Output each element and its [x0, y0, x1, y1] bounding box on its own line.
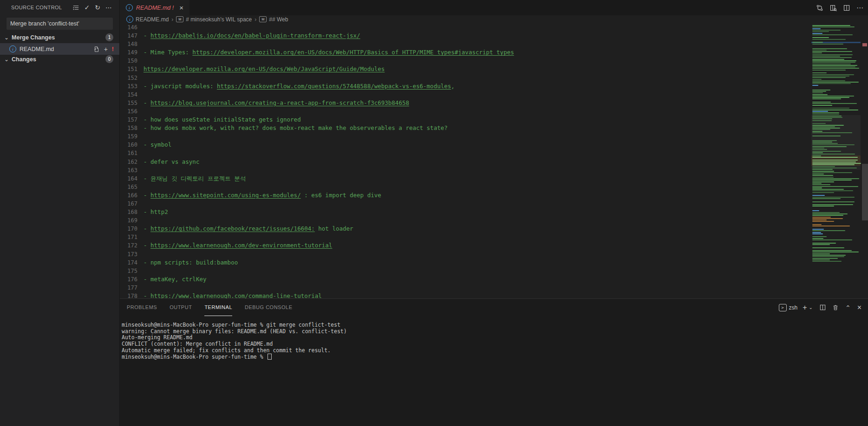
code-line[interactable]: 168- http2 — [120, 208, 868, 216]
commit-check-icon[interactable]: ✓ — [85, 3, 90, 12]
commit-message-input[interactable] — [7, 18, 113, 30]
code-line[interactable]: 163 — [120, 166, 868, 174]
code-line[interactable]: 158- how does mobx work, with react? doe… — [120, 124, 868, 132]
section-changes[interactable]: ⌄ Changes 0 — [0, 54, 119, 65]
terminal-profile-dropdown-icon[interactable]: ⌄ — [809, 305, 813, 310]
code-line[interactable]: 150 — [120, 57, 868, 65]
link-text[interactable]: https://developer.mozilla.org/en-US/docs… — [144, 65, 385, 72]
code-line[interactable]: 165 — [120, 183, 868, 191]
tab-bar: i README.md ! × ⋯ — [120, 0, 868, 15]
section-label: Changes — [12, 56, 36, 63]
code-line[interactable]: 176- metaKey, ctrlKey — [120, 275, 868, 284]
code-line[interactable]: 152 — [120, 74, 868, 82]
breadcrumb-item[interactable]: README.md — [136, 16, 169, 23]
stage-changes-icon[interactable]: + — [104, 45, 108, 53]
link-text[interactable]: https://babeljs.io/docs/en/babel-plugin-… — [150, 32, 360, 39]
open-preview-icon[interactable] — [829, 4, 837, 12]
code-line[interactable]: 148 — [120, 40, 868, 48]
section-label: Merge Changes — [12, 34, 55, 41]
split-terminal-icon[interactable] — [819, 304, 826, 311]
line-number: 155 — [120, 99, 137, 107]
code-line[interactable]: 178- https://www.learnenough.com/command… — [120, 292, 868, 298]
code-line[interactable]: 159 — [120, 132, 868, 141]
breadcrumb-item[interactable]: # minseoksuh's WIL space — [186, 16, 252, 23]
breadcrumb-separator-icon: › — [171, 16, 173, 23]
refresh-icon[interactable]: ↻ — [95, 3, 100, 12]
code-line[interactable]: 174- npm scripts: build:bamboo — [120, 258, 868, 267]
code-line[interactable]: 155- https://blog.usejournal.com/creatin… — [120, 99, 868, 107]
line-number: 164 — [120, 174, 137, 183]
line-number: 163 — [120, 166, 137, 174]
line-number: 170 — [120, 225, 137, 233]
panel-tab-debug-console[interactable]: DEBUG CONSOLE — [245, 299, 292, 316]
panel-tab-output[interactable]: OUTPUT — [170, 299, 192, 316]
code-line[interactable]: 149- Mime Types: https://developer.mozil… — [120, 48, 868, 57]
maximize-panel-icon[interactable]: ⌃ — [845, 304, 851, 311]
terminal-cursor — [268, 354, 272, 360]
source-control-sidebar: SOURCE CONTROL ✓ ↻ ⋯ ⌄ Merge Changes 1 i… — [0, 0, 120, 426]
link-text[interactable]: https://developer.mozilla.org/en-US/docs… — [192, 49, 514, 56]
code-line[interactable]: 166- https://www.sitepoint.com/using-es-… — [120, 191, 868, 200]
terminal-line: minseoksuh@mins-MacBook-Pro super-fun-ti… — [122, 354, 859, 360]
section-merge-changes[interactable]: ⌄ Merge Changes 1 — [0, 32, 119, 43]
line-number: 156 — [120, 107, 137, 116]
line-number: 173 — [120, 250, 137, 258]
link-text[interactable]: https://stackoverflow.com/questions/5744… — [217, 83, 451, 90]
line-number: 165 — [120, 183, 137, 191]
line-number: 171 — [120, 233, 137, 241]
link-text[interactable]: https://www.learnenough.com/command-line… — [150, 292, 322, 298]
code-line[interactable]: 173 — [120, 250, 868, 258]
panel-tab-problems[interactable]: PROBLEMS — [127, 299, 157, 316]
line-text: - javscript modules: https://stackoverfl… — [144, 83, 455, 90]
more-actions-icon[interactable]: ⋯ — [856, 4, 863, 12]
code-line[interactable]: 156 — [120, 107, 868, 116]
code-line[interactable]: 151https://developer.mozilla.org/en-US/d… — [120, 65, 868, 73]
link-text[interactable]: https://blog.usejournal.com/creating-a-r… — [150, 99, 409, 106]
code-line[interactable]: 153- javscript modules: https://stackove… — [120, 82, 868, 90]
open-changes-icon[interactable] — [816, 4, 823, 12]
line-number: 176 — [120, 275, 137, 284]
more-actions-icon[interactable]: ⋯ — [105, 3, 112, 12]
close-panel-icon[interactable]: × — [857, 304, 861, 311]
code-line[interactable]: 164- 윤재님 깃 디렉토리 프로젝트 분석 — [120, 174, 868, 183]
code-line[interactable]: 167 — [120, 200, 868, 208]
code-line[interactable]: 147- https://babeljs.io/docs/en/babel-pl… — [120, 32, 868, 40]
link-text[interactable]: https://www.sitepoint.com/using-es-modul… — [150, 192, 301, 199]
editor-scrollbar[interactable] — [862, 164, 868, 220]
code-line[interactable]: 154 — [120, 90, 868, 99]
code-line[interactable]: 146 — [120, 23, 868, 32]
terminal-line: minseoksuh@mins-MacBook-Pro super-fun-ti… — [122, 322, 859, 329]
view-as-tree-icon[interactable] — [72, 4, 79, 11]
code-line[interactable]: 170- https://github.com/facebook/react/i… — [120, 225, 868, 233]
code-line[interactable]: 171 — [120, 233, 868, 241]
code-line[interactable]: 172- https://www.learnenough.com/dev-env… — [120, 241, 868, 250]
code-line[interactable]: 157- how does useState initialState gets… — [120, 116, 868, 124]
code-line[interactable]: 177 — [120, 284, 868, 292]
code-line[interactable]: 160- symbol — [120, 141, 868, 149]
line-text: - https://github.com/facebook/react/issu… — [144, 225, 353, 232]
shell-selector[interactable]: > zsh — [779, 304, 798, 311]
terminal-output[interactable]: minseoksuh@mins-MacBook-Pro super-fun-ti… — [122, 322, 859, 360]
link-text[interactable]: https://github.com/facebook/react/issues… — [150, 225, 315, 232]
link-text[interactable]: https://www.learnenough.com/dev-environm… — [150, 242, 332, 249]
new-terminal-icon[interactable]: + — [803, 304, 807, 311]
code-line[interactable]: 162- defer vs async — [120, 158, 868, 166]
split-editor-icon[interactable] — [843, 4, 850, 12]
line-text: - Mime Types: https://developer.mozilla.… — [144, 49, 514, 56]
line-text: - https://blog.usejournal.com/creating-a… — [144, 99, 409, 106]
line-text: https://developer.mozilla.org/en-US/docs… — [144, 65, 385, 72]
line-number: 161 — [120, 149, 137, 157]
code-line[interactable]: 161 — [120, 149, 868, 157]
open-file-icon[interactable] — [93, 46, 100, 52]
code-line[interactable]: 169 — [120, 216, 868, 225]
breadcrumb-item[interactable]: ## Web — [269, 16, 288, 23]
code-editor[interactable]: 146147- https://babeljs.io/docs/en/babel… — [120, 23, 868, 298]
close-tab-icon[interactable]: × — [179, 4, 183, 11]
bottom-panel: PROBLEMSOUTPUTTERMINALDEBUG CONSOLE > zs… — [120, 298, 868, 426]
code-line[interactable]: 175 — [120, 267, 868, 275]
tab-readme[interactable]: i README.md ! × — [120, 0, 189, 15]
file-row-readme[interactable]: i README.md + ! — [0, 43, 119, 55]
minimap[interactable] — [811, 24, 861, 284]
kill-terminal-icon[interactable] — [832, 304, 839, 311]
panel-tab-terminal[interactable]: TERMINAL — [204, 299, 232, 316]
